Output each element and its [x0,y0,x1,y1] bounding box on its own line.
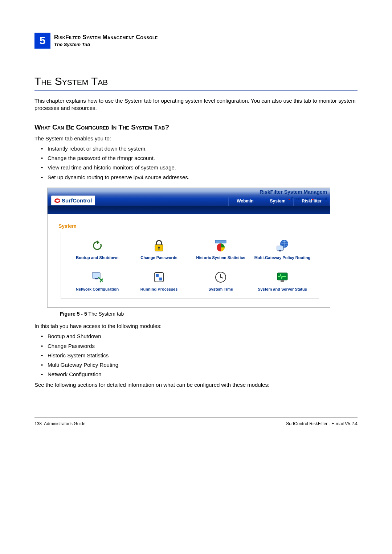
module-server-status[interactable]: System and Server Status [258,270,307,292]
module-multi-gateway[interactable]: Multi-Gateway Policy Routing [254,239,311,260]
chapter-number: 5 [34,33,50,49]
module-label: Change Passwords [140,255,177,260]
screenshot-system-tab: SurfControl Webmin System RiskFilter Ris… [47,188,330,308]
see-following: See the following sections for detailed … [34,381,358,389]
svg-rect-3 [215,240,226,243]
footer-left: 138 Administrator's Guide [34,421,85,427]
network-monitor-icon [90,270,104,284]
list-item: Multi Gateway Policy Routing [41,361,358,369]
svg-rect-10 [156,274,159,277]
module-label: Multi-Gateway Policy Routing [254,255,311,260]
page-number: 138 [34,421,42,426]
module-label: Network Configuration [76,287,119,292]
figure-text: The System tab [87,311,124,317]
module-running-processes[interactable]: Running Processes [140,270,178,292]
logo-text: SurfControl [62,197,92,204]
app-header-bar: SurfControl Webmin System RiskFilter Ris… [48,188,330,206]
footer-right: SurfControl RiskFilter - E-mail V5.2.4 [286,421,358,427]
modules-card: Bootup and Shutdown Change Passwords His… [61,232,319,299]
module-system-time[interactable]: System Time [208,270,233,292]
enables-list: Instantly reboot or shut down the system… [41,145,358,181]
footer-left-text: Administrator's Guide [44,421,85,426]
heartbeat-monitor-icon [275,270,289,284]
logo-swirl-icon [54,198,60,203]
panel-heading: System [58,223,319,230]
subsection-heading: What Can Be Configured In The System Tab… [34,123,358,132]
intro-paragraph: This chapter explains how to use the Sys… [34,97,358,112]
module-label: Historic System Statistics [196,255,245,260]
pie-chart-icon [214,239,228,253]
svg-point-15 [220,276,221,278]
module-label: System and Server Status [258,287,307,292]
list-item: Historic System Statistics [41,352,358,359]
section-heading: The System Tab [34,74,358,91]
sub-header-bar [48,206,330,214]
clock-icon [214,270,228,284]
svg-rect-11 [159,278,162,280]
module-bootup-shutdown[interactable]: Bootup and Shutdown [76,239,118,260]
enables-lead: The System tab enables you to: [34,135,358,142]
module-network-config[interactable]: Network Configuration [76,270,119,292]
feedback-link[interactable]: Feedback.. [289,197,311,201]
lock-icon [152,239,166,253]
access-lead: In this tab you have access to the follo… [34,323,358,330]
svg-rect-6 [279,250,281,251]
page-footer: 138 Administrator's Guide SurfControl Ri… [34,418,358,427]
svg-rect-8 [95,278,98,279]
chapter-subtitle: The System Tab [54,41,158,48]
list-item: Instantly reboot or shut down the system… [41,145,358,152]
figure-label: Figure 5 - 5 [60,311,87,317]
list-item: Change the password of the rfmngr accoun… [41,155,358,162]
svg-rect-2 [159,248,160,250]
list-item: Bootup and Shutdown [41,333,358,340]
svg-rect-9 [154,272,164,282]
chapter-titles: RiskFilter System Management Console The… [50,33,158,48]
globe-monitor-icon [275,239,289,253]
surfcontrol-logo: SurfControl [51,196,95,205]
module-historic-stats[interactable]: Historic System Statistics [196,239,245,260]
svg-rect-5 [277,246,283,250]
app-title: RiskFilter System Managem [260,189,327,196]
processes-icon [152,270,166,284]
list-item: Set up dynamic routing to preserve ipv4 … [41,174,358,181]
module-change-passwords[interactable]: Change Passwords [140,239,177,260]
list-item: View real time and historic monitors of … [41,164,358,171]
list-item: Change Passwords [41,342,358,350]
tab-webmin[interactable]: Webmin [228,196,262,206]
logout-link[interactable]: Logout [312,197,327,201]
list-item: Network Configuration [41,371,358,378]
refresh-icon [90,239,104,253]
chapter-header: 5 RiskFilter System Management Console T… [34,33,358,49]
access-list: Bootup and Shutdown Change Passwords His… [41,333,358,378]
module-label: Running Processes [140,287,178,292]
module-label: Bootup and Shutdown [76,255,118,260]
chapter-title: RiskFilter System Management Console [54,33,158,41]
svg-rect-17 [281,280,284,282]
module-label: System Time [208,287,233,292]
figure-caption: Figure 5 - 5 The System tab [60,311,350,317]
